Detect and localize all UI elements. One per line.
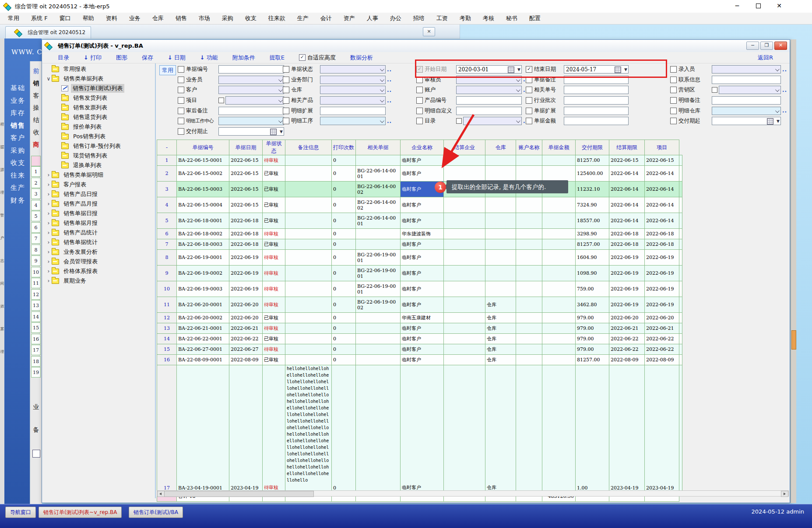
filter-开始日期-checkbox[interactable] <box>416 66 423 73</box>
tree-expander-icon[interactable]: › <box>46 191 52 197</box>
cell-r10c7[interactable] <box>444 281 485 297</box>
filter-业务员-combo[interactable] <box>218 76 284 84</box>
filter-明细自定义-checkbox[interactable] <box>416 108 423 114</box>
cell-r9c12[interactable]: 2022-06-19 <box>609 266 645 281</box>
filter-明细备注-input[interactable] <box>712 96 781 105</box>
cell-r16c5[interactable] <box>356 355 401 365</box>
cell-r9c5[interactable]: BG-22-06-19-0001 <box>356 266 401 281</box>
grid-header-8[interactable]: 结算企业 <box>444 140 485 155</box>
grid-header-14[interactable]: 项目 <box>645 140 679 155</box>
minimize-icon[interactable]: ─ <box>732 2 742 10</box>
cell-r14c12[interactable]: 2022-06-22 <box>609 334 645 344</box>
cell-r9c10[interactable] <box>542 266 576 281</box>
cell-r4c4[interactable]: 0 <box>332 197 356 213</box>
taskbar-button-2[interactable]: 销售订单(测试)/BA <box>129 507 183 518</box>
cell-r4c14[interactable] <box>679 197 682 213</box>
menu-item-0[interactable]: 常用 <box>8 14 19 22</box>
cell-r12c8[interactable]: 仓库 <box>485 313 516 323</box>
filter-明细备注-checkbox[interactable] <box>670 97 677 104</box>
cell-r13c13[interactable]: 2022-06-21 <box>645 323 679 334</box>
filter-审核员-checkbox[interactable] <box>416 77 423 83</box>
filter-交付期止-date-input[interactable]: ▼ <box>218 127 284 136</box>
cell-r15c4[interactable]: 0 <box>332 344 356 355</box>
vertical-scrollbar-thumb[interactable] <box>791 330 796 350</box>
grid-header-10[interactable]: 账户名称 <box>516 140 542 155</box>
cell-r13c4[interactable]: 0 <box>332 323 356 334</box>
tree-expander-icon[interactable]: › <box>46 259 52 265</box>
tree-item-5[interactable]: 销售退货列表 <box>44 112 154 122</box>
cell-r7c10[interactable] <box>542 239 576 250</box>
cell-r15c3[interactable] <box>285 344 332 355</box>
cell-r16c7[interactable] <box>444 355 485 365</box>
tree-item-2[interactable]: 销售订单(测试)列表 <box>44 84 154 93</box>
report-restore-icon[interactable]: ❐ <box>760 42 773 50</box>
menu-item-14[interactable]: 资产 <box>344 14 355 22</box>
cell-r5c11[interactable]: 18557.00 <box>576 213 609 229</box>
cell-r6c2[interactable]: 待审核 <box>263 229 285 239</box>
vertical-scrollbar[interactable] <box>791 39 796 503</box>
cell-r13c9[interactable] <box>516 323 542 334</box>
filter-单据编号-input[interactable] <box>218 65 284 73</box>
cell-r12c7[interactable] <box>444 313 485 323</box>
filter-营销区-combo[interactable] <box>719 86 781 94</box>
tree-expander-icon[interactable]: › <box>46 268 52 274</box>
cell-r2c10[interactable] <box>542 166 576 182</box>
menu-item-2[interactable]: 窗口 <box>60 14 71 22</box>
checkbox-icon[interactable]: ✓ <box>299 54 306 61</box>
cell-r6c11[interactable]: 3298.90 <box>576 229 609 239</box>
tree-item-3[interactable]: 销售发货列表 <box>44 93 154 103</box>
filter-单据编号-checkbox[interactable] <box>178 66 184 73</box>
cell-r17c8[interactable]: 仓库 <box>485 365 516 491</box>
cell-r2c0[interactable]: BA-22-06-15-0002 <box>177 166 229 182</box>
cell-r4c11[interactable]: 7324.90 <box>576 197 609 213</box>
menu-item-9[interactable]: 采购 <box>222 14 233 22</box>
cell-r10c11[interactable]: 759.00 <box>576 281 609 297</box>
grid-header-5[interactable]: 打印次数 <box>332 140 356 155</box>
cell-r17c9[interactable] <box>516 365 542 491</box>
cell-r2c7[interactable] <box>444 166 485 182</box>
filter-项目-combo[interactable] <box>225 96 284 105</box>
cell-r15c2[interactable]: 待审核 <box>263 344 285 355</box>
cell-r9c9[interactable] <box>516 266 542 281</box>
table-row[interactable]: 1BA-22-06-15-00012022-06-15待审核0临时客户81257… <box>157 155 682 166</box>
menu-item-12[interactable]: 生产 <box>297 14 309 22</box>
cell-r2c1[interactable]: 2022-06-15 <box>229 166 263 182</box>
cell-r1c9[interactable] <box>516 155 542 166</box>
cell-r17c3[interactable]: hellohellohellohellohellohellohellohello… <box>285 365 332 491</box>
taskbar-button-1[interactable]: 销售订单(测试)列表~v_rep.BA <box>39 507 122 518</box>
filter-客户-checkbox[interactable] <box>178 87 184 93</box>
filter-交付期起-checkbox[interactable] <box>670 118 677 124</box>
cell-r12c2[interactable]: 已审核 <box>263 313 285 323</box>
toolbar-button-6[interactable]: 附加条件 <box>232 54 255 62</box>
tree-item-1[interactable]: ∨销售类单据列表 <box>44 74 154 84</box>
filter-相关产品-combo[interactable] <box>320 96 386 105</box>
cell-r15c5[interactable] <box>356 344 401 355</box>
tree-item-19[interactable]: ›业务发展分析 <box>44 247 154 257</box>
menu-item-18[interactable]: 工资 <box>436 14 448 22</box>
maximize-icon[interactable] <box>753 2 763 10</box>
cell-r16c3[interactable] <box>285 355 332 365</box>
cell-r1c5[interactable] <box>356 155 401 166</box>
cell-r10c6[interactable]: 临时客户 <box>401 281 444 297</box>
cell-r4c3[interactable] <box>285 197 332 213</box>
filter-单据金额-input[interactable] <box>564 117 629 125</box>
dropdown-arrow-icon[interactable]: ▼ <box>280 129 283 134</box>
cell-r9c8[interactable] <box>485 266 516 281</box>
cell-r6c6[interactable]: 华东捷波装饰 <box>401 229 444 239</box>
cell-r4c13[interactable]: 2022-06-14 <box>645 197 679 213</box>
cell-r17c1[interactable]: 2023-04-19 <box>229 365 263 491</box>
cell-r8c12[interactable]: 2022-06-19 <box>609 250 645 266</box>
cell-r13c2[interactable]: 待审核 <box>263 323 285 334</box>
toolbar-button-7[interactable]: 提取E <box>270 54 285 62</box>
cell-r10c0[interactable]: BA-22-06-19-0003 <box>177 281 229 297</box>
filter-账户-combo[interactable] <box>456 86 522 94</box>
table-row[interactable]: 12BA-22-06-20-00022022-06-20已审核0华南五康建材仓库… <box>157 313 682 323</box>
filter-单据备注-input[interactable] <box>564 76 629 84</box>
cell-r16c6[interactable]: 临时客户 <box>401 355 444 365</box>
filter-审核员-combo[interactable] <box>456 76 522 84</box>
filter-明细工序-combo[interactable] <box>320 117 386 125</box>
cell-r8c1[interactable]: 2022-06-19 <box>229 250 263 266</box>
cell-r13c6[interactable]: 临时客户 <box>401 323 444 334</box>
cell-r1c3[interactable] <box>285 155 332 166</box>
menu-item-6[interactable]: 仓库 <box>152 14 164 22</box>
